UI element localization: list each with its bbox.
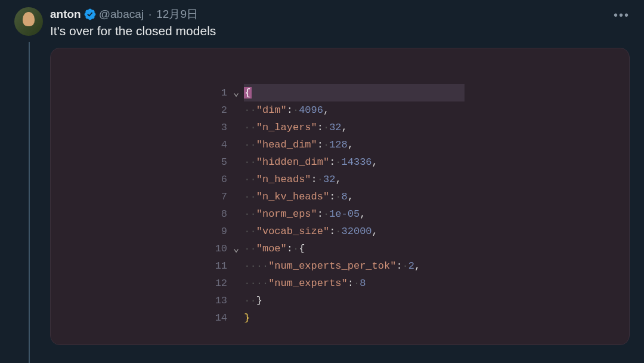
dot-separator: · [148, 7, 151, 21]
display-name[interactable]: anton [50, 7, 81, 21]
avatar[interactable] [14, 7, 43, 36]
code-content: { ··"dim":·4096, ··"n_layers":·32, ··"he… [244, 84, 465, 327]
more-button[interactable]: ••• [614, 8, 630, 22]
fold-column: ⌄ ⌄ [233, 84, 244, 327]
tweet-container: anton @abacaj · 12月9日 ••• It's over for … [0, 0, 644, 352]
thread-line [29, 42, 30, 363]
timestamp[interactable]: 12月9日 [156, 7, 198, 21]
code-block: 1 2 3 4 5 6 7 8 9 10 11 12 13 14 ⌄ ⌄ { ·… [50, 48, 630, 345]
username[interactable]: @abacaj [99, 7, 144, 21]
verified-badge-icon [83, 8, 97, 21]
tweet-header: anton @abacaj · 12月9日 [50, 7, 630, 21]
tweet-body: anton @abacaj · 12月9日 ••• It's over for … [50, 7, 630, 345]
line-numbers: 1 2 3 4 5 6 7 8 9 10 11 12 13 14 [215, 84, 233, 327]
tweet-text: It's over for the closed models [50, 23, 630, 39]
